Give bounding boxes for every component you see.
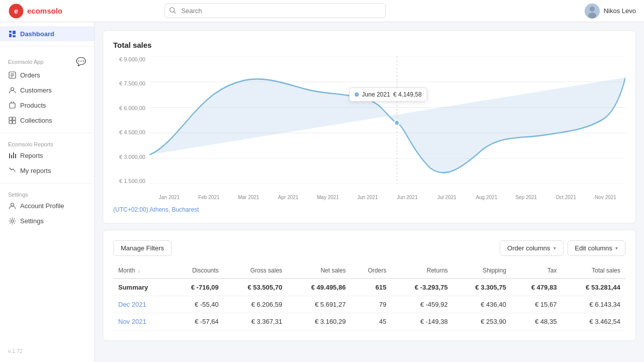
cell-net-sales: € 49.495,86	[287, 279, 351, 296]
cell-tax: € 15,67	[511, 296, 562, 313]
cell-discounts: € -716,09	[170, 279, 224, 296]
tooltip-dot	[355, 93, 359, 97]
manage-filters-button[interactable]: Manage Filters	[113, 240, 172, 256]
logo-text: ecomsolo	[27, 7, 62, 15]
cell-total-sales: € 3.462,54	[562, 313, 625, 330]
sidebar-divider-3	[0, 183, 94, 184]
svg-rect-8	[9, 34, 12, 37]
sidebar-item-customers[interactable]: Customers	[0, 82, 94, 98]
table-body: Summary€ -716,09€ 53.505,70€ 49.495,8661…	[113, 279, 625, 330]
sidebar-item-account-profile[interactable]: Account Profile	[0, 198, 94, 213]
sidebar-item-my-reports[interactable]: My reports	[0, 163, 94, 178]
svg-point-15	[11, 87, 14, 90]
sidebar-item-settings[interactable]: Settings	[0, 213, 94, 228]
svg-rect-10	[13, 35, 16, 37]
sidebar-item-collections[interactable]: Collections	[0, 113, 94, 128]
svg-rect-23	[13, 152, 14, 158]
chart-container: € 9.000,00 € 7.500,00 € 6.000,00 € 4.500…	[113, 56, 625, 202]
sidebar-dashboard-label: Dashboard	[20, 30, 54, 38]
tooltip-value: € 4.149,58	[393, 91, 422, 98]
collections-label: Collections	[20, 117, 52, 124]
svg-rect-18	[13, 117, 16, 120]
topbar: e ecomsolo Nikos Levo	[0, 0, 644, 22]
sidebar-item-orders[interactable]: Orders	[0, 67, 94, 82]
products-label: Products	[20, 102, 46, 109]
order-columns-button[interactable]: Order columns ▾	[500, 240, 563, 256]
svg-rect-17	[9, 117, 12, 120]
cell-returns: € -149,38	[391, 313, 453, 330]
chart-tooltip: June 2021 € 4.149,58	[349, 87, 427, 102]
avatar	[585, 4, 600, 19]
account-profile-icon	[8, 202, 16, 210]
sidebar-version: v.1.72	[0, 344, 94, 358]
cell-discounts: € -57,64	[170, 313, 224, 330]
cell-shipping: € 3.305,75	[453, 279, 511, 296]
orders-label: Orders	[20, 71, 40, 79]
order-columns-label: Order columns	[507, 244, 550, 252]
customers-label: Customers	[20, 86, 52, 94]
table-card: Manage Filters Order columns ▾ Edit colu…	[103, 230, 636, 341]
settings-section-label: Settings	[0, 187, 36, 200]
col-shipping: Shipping	[453, 263, 511, 279]
month-sort-icon: ↓	[138, 268, 140, 274]
cell-discounts: € -55,40	[170, 296, 224, 313]
edit-columns-label: Edit columns	[575, 244, 612, 252]
search-icon	[169, 7, 176, 15]
cell-month[interactable]: Dec 2021	[113, 296, 170, 313]
logo[interactable]: e ecomsolo	[8, 3, 62, 19]
sidebar: Dashboard Ecomsolo App 💬 Orders Customer…	[0, 22, 95, 362]
sidebar-item-reports[interactable]: Reports	[0, 148, 94, 163]
dashboard-icon	[8, 30, 16, 38]
settings-icon	[8, 217, 16, 225]
col-returns: Returns	[391, 263, 453, 279]
svg-point-6	[588, 13, 596, 19]
cell-gross-sales: € 3.367,31	[224, 313, 287, 330]
chart-title: Total sales	[113, 41, 625, 49]
chart-card: Total sales € 9.000,00 € 7.500,00 € 6.00…	[103, 30, 636, 224]
svg-point-34	[394, 120, 399, 126]
order-columns-chevron-icon: ▾	[553, 245, 556, 251]
svg-rect-24	[15, 154, 16, 158]
cell-month[interactable]: Nov 2021	[113, 313, 170, 330]
svg-line-3	[174, 12, 176, 14]
svg-rect-9	[13, 31, 16, 34]
sidebar-item-products[interactable]: Products	[0, 98, 94, 113]
cell-total-sales: € 6.143,34	[562, 296, 625, 313]
sidebar-divider-2	[0, 133, 94, 133]
search-wrap	[165, 4, 386, 18]
search-input[interactable]	[165, 4, 386, 18]
col-gross-sales: Gross sales	[224, 263, 287, 279]
svg-rect-21	[9, 153, 10, 158]
edit-columns-chevron-icon: ▾	[615, 245, 618, 251]
svg-text:e: e	[14, 7, 18, 15]
col-orders: Orders	[351, 263, 391, 279]
sidebar-item-dashboard[interactable]: Dashboard	[0, 26, 94, 41]
cell-shipping: € 253,90	[453, 313, 511, 330]
chart-area: June 2021 € 4.149,58	[149, 56, 625, 184]
cell-returns: € -3.293,75	[391, 279, 453, 296]
cell-gross-sales: € 6.206,59	[224, 296, 287, 313]
cell-gross-sales: € 53.505,70	[224, 279, 287, 296]
table-toolbar: Manage Filters Order columns ▾ Edit colu…	[113, 240, 625, 256]
svg-rect-7	[9, 31, 12, 33]
cell-shipping: € 436,40	[453, 296, 511, 313]
svg-rect-22	[11, 155, 12, 158]
sidebar-app-section: Ecomsolo App 💬 Orders Customers Produc	[0, 50, 94, 130]
svg-point-5	[590, 7, 595, 12]
sidebar-settings-section: Settings Account Profile Settings	[0, 187, 94, 230]
layout: Dashboard Ecomsolo App 💬 Orders Customer…	[0, 22, 644, 362]
cell-tax: € 48,35	[511, 313, 562, 330]
chart-y-labels: € 9.000,00 € 7.500,00 € 6.000,00 € 4.500…	[113, 56, 149, 184]
cell-month: Summary	[113, 279, 170, 296]
tooltip-month: June 2021	[362, 91, 390, 98]
collections-icon	[8, 116, 16, 124]
cell-net-sales: € 5.691,27	[287, 296, 351, 313]
col-month[interactable]: Month ↓	[113, 263, 170, 279]
table-row: Dec 2021€ -55,40€ 6.206,59€ 5.691,2779€ …	[113, 296, 625, 313]
customers-icon	[8, 86, 16, 94]
my-reports-label: My reports	[20, 167, 51, 174]
svg-rect-20	[13, 121, 16, 124]
sidebar-divider-1	[0, 46, 94, 47]
reports-label: Reports	[20, 152, 43, 159]
edit-columns-button[interactable]: Edit columns ▾	[568, 240, 625, 256]
